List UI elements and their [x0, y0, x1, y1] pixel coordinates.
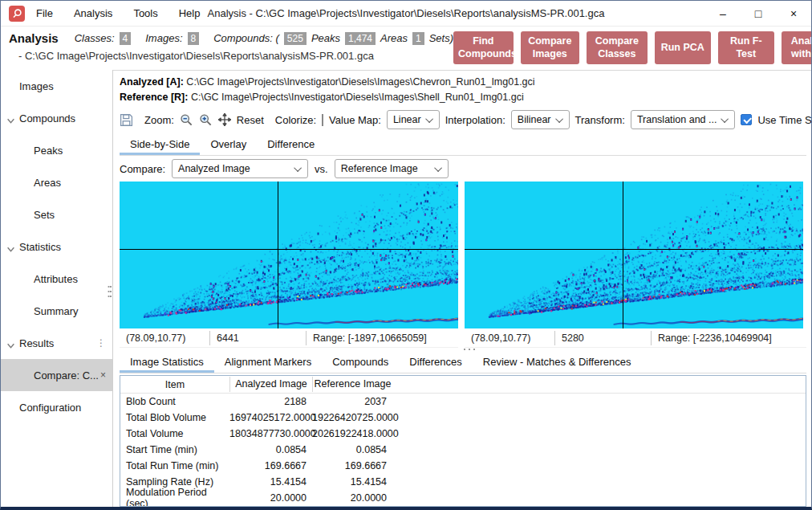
transform-select[interactable]: Translation and ...	[631, 110, 736, 129]
image-toolbar: Zoom:	[120, 106, 806, 133]
sidebar-item-attributes[interactable]: Attributes	[1, 263, 112, 295]
overflow-dots-icon[interactable]: ⋮	[96, 337, 106, 349]
tab-review-matches-differences[interactable]: Review - Matches & Differences	[473, 352, 642, 373]
sidebar-item-label: Compare: C...	[34, 369, 99, 381]
images-count-badge: 8	[188, 32, 200, 45]
sidebar-item-summary[interactable]: Summary	[1, 295, 112, 327]
table-cell: Start Time (min)	[120, 444, 229, 455]
sidebar-item-label: Areas	[34, 177, 61, 189]
chevron-down-icon	[555, 115, 563, 123]
magnifier-icon	[12, 8, 22, 18]
compare-images-button[interactable]: Compare Images	[521, 31, 579, 64]
analysis-file-path: - C:\GC Image\Projects\Investigator\Dies…	[9, 50, 453, 62]
panel-splitter[interactable]	[120, 348, 806, 353]
interpolation-select[interactable]: Bilinear	[511, 110, 570, 129]
table-cell: 18034877730.0000	[229, 428, 312, 439]
menu-tools[interactable]: Tools	[133, 7, 157, 19]
table-cell: 20.0000	[312, 492, 392, 504]
images-label: Images:	[145, 32, 182, 44]
window-controls: – □ ×	[705, 1, 811, 26]
column-header-item[interactable]: Item	[120, 379, 229, 390]
sets-count-badge: 1	[412, 32, 424, 45]
reference-label: Reference [R]:	[120, 92, 188, 103]
tab-overlay[interactable]: Overlay	[200, 134, 257, 155]
compare-right-select[interactable]: Reference Image	[335, 159, 449, 178]
sidebar-item-areas[interactable]: Areas	[1, 166, 112, 198]
table-cell: 20.0000	[229, 492, 312, 504]
zoom-in-icon[interactable]	[199, 112, 213, 128]
find-compounds-button[interactable]: Find Compounds	[453, 31, 514, 64]
zoom-out-icon[interactable]	[180, 112, 193, 128]
areas-count-badge: 1,474	[345, 32, 376, 45]
table-cell: 0.0854	[312, 444, 392, 455]
chevron-down-icon	[294, 164, 302, 172]
table-cell: 2188	[229, 396, 312, 407]
table-cell: Total Run Time (min)	[120, 460, 229, 471]
table-cell: 15.4154	[229, 476, 312, 488]
run-f-test-button[interactable]: Run F-Test	[718, 31, 774, 64]
sidebar-item-compounds[interactable]: Compounds	[1, 102, 112, 134]
column-header-reference[interactable]: Reference Image	[312, 377, 392, 392]
reset-label[interactable]: Reset	[237, 114, 264, 126]
sidebar-item-label: Images	[19, 80, 54, 92]
sidebar-splitter-handle[interactable]	[108, 285, 112, 298]
value-map-select[interactable]: Linear	[387, 110, 440, 129]
compare-left-select[interactable]: Analyzed Image	[172, 159, 308, 178]
run-pca-button[interactable]: Run PCA	[655, 31, 711, 64]
compounds-label: Compounds: (	[213, 32, 279, 44]
compare-classes-button[interactable]: Compare Classes	[587, 31, 648, 64]
menu-analysis[interactable]: Analysis	[74, 7, 112, 19]
table-cell: 169.6667	[312, 460, 392, 471]
menu-bar: File Analysis Tools Help	[36, 7, 200, 19]
analyze-with-ml-button[interactable]: Analyze with ML	[782, 31, 812, 64]
menu-help[interactable]: Help	[179, 7, 201, 19]
pan-reset-icon[interactable]	[218, 112, 231, 128]
sidebar-item-label: Attributes	[34, 273, 78, 285]
peaks-count-badge: 525	[284, 32, 307, 45]
chevron-down-icon[interactable]	[6, 116, 15, 128]
transform-value: Translation and ...	[637, 114, 717, 125]
sidebar-item-statistics[interactable]: Statistics	[1, 231, 112, 263]
analyzed-label: Analyzed [A]:	[120, 76, 184, 88]
minimize-button[interactable]: –	[705, 1, 741, 26]
table-cell: 169.6667	[229, 460, 312, 471]
chevron-down-icon	[434, 164, 442, 172]
table-row[interactable]: Modulation Period (sec)20.000020.0000	[120, 490, 806, 506]
tab-difference[interactable]: Difference	[257, 134, 325, 155]
tab-compounds[interactable]: Compounds	[322, 352, 399, 373]
table-row[interactable]: Total Run Time (min)169.6667169.6667	[120, 458, 806, 474]
compare-right-value: Reference Image	[341, 163, 418, 174]
tab-side-by-side[interactable]: Side-by-Side	[120, 134, 200, 155]
tab-image-statistics[interactable]: Image Statistics	[120, 352, 214, 373]
sidebar-item-images[interactable]: Images	[1, 70, 112, 102]
table-row[interactable]: Start Time (min)0.08540.0854	[120, 442, 806, 458]
view-tabs: Side-by-Side Overlay Difference	[120, 133, 806, 156]
table-row[interactable]: Total Volume18034877730.000020261922418.…	[120, 426, 806, 442]
tab-differences[interactable]: Differences	[399, 352, 473, 373]
chevron-down-icon[interactable]	[6, 341, 15, 353]
table-row[interactable]: Total Blob Volume16974025172.00001922642…	[120, 410, 806, 426]
value-range: Range: [-2236,10469904]	[651, 331, 778, 345]
close-button[interactable]: ×	[776, 1, 811, 26]
table-row[interactable]: Blob Count21882037	[120, 394, 806, 410]
menu-file[interactable]: File	[36, 7, 53, 19]
column-header-analyzed[interactable]: Analyzed Image	[229, 377, 312, 392]
sidebar-item-label: Configuration	[19, 402, 81, 414]
sidebar-item-sets[interactable]: Sets	[1, 198, 112, 231]
colorize-palette-icon[interactable]	[322, 114, 323, 126]
save-icon[interactable]	[120, 112, 133, 128]
splitter-handle-icon	[463, 348, 476, 351]
reference-image-canvas[interactable]	[465, 182, 803, 328]
analyzed-image-canvas[interactable]	[120, 182, 458, 328]
sidebar-item-configuration[interactable]: Configuration	[1, 391, 112, 423]
sidebar-item-peaks[interactable]: Peaks	[1, 134, 112, 166]
tab-alignment-markers[interactable]: Alignment Markers	[214, 352, 322, 373]
close-icon[interactable]: ×	[100, 369, 106, 381]
sidebar-item-compare-c[interactable]: Compare: C...×	[1, 359, 112, 391]
maximize-button[interactable]: □	[741, 1, 776, 26]
reference-path: C:\GC Image\Projects\Investigator\Diesel…	[191, 92, 524, 103]
sidebar-item-results[interactable]: Results⋮	[1, 327, 112, 359]
app-icon	[9, 6, 25, 22]
use-time-scale-checkbox[interactable]	[741, 114, 752, 125]
chevron-down-icon[interactable]	[6, 244, 15, 256]
